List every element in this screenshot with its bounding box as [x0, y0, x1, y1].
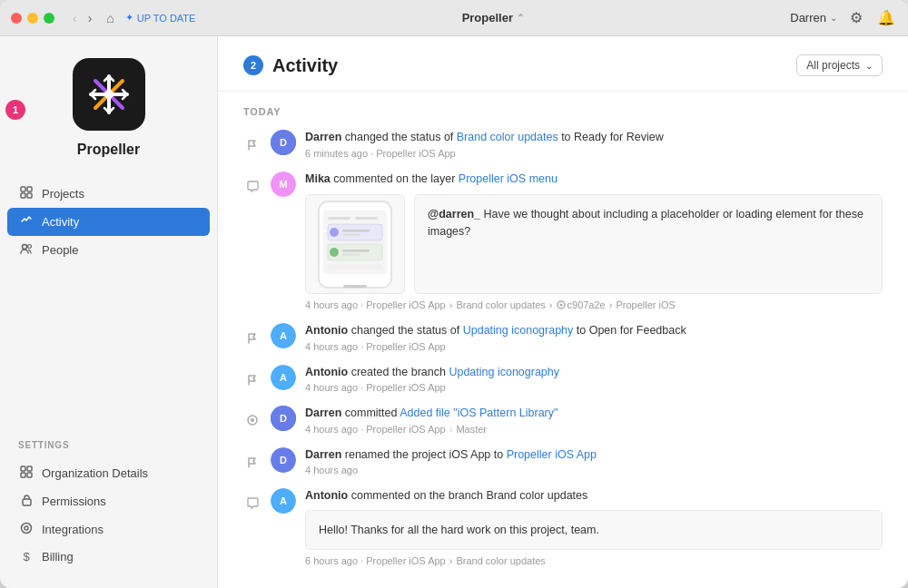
activity-item: A Antonio created the branch Updating ic… — [243, 365, 883, 394]
svg-rect-41 — [342, 253, 360, 255]
permissions-label: Permissions — [42, 495, 106, 508]
activity-link[interactable]: Updating iconography — [449, 366, 559, 378]
activity-text: Antonio commented on the branch Brand co… — [305, 488, 883, 505]
titlebar: ‹ › ⌂ ✦ UP TO DATE Propeller ⌃ Darren ⌄ … — [0, 0, 908, 36]
chevron-down-icon: ⌄ — [865, 61, 873, 71]
activity-meta: 4 hours ago · Propeller iOS App — [305, 382, 883, 393]
activity-link[interactable]: Added file "iOS Pattern Library" — [400, 407, 558, 419]
avatar: M — [271, 172, 296, 197]
integrations-label: Integrations — [42, 523, 104, 536]
svg-rect-33 — [355, 217, 378, 220]
projects-label: Projects — [42, 187, 84, 201]
activity-text: Darren renamed the project iOS App to Pr… — [305, 447, 883, 464]
app-title: Propeller ⌃ — [462, 11, 524, 24]
people-label: People — [42, 243, 78, 257]
back-button[interactable]: ‹ — [69, 9, 81, 27]
svg-rect-14 — [27, 187, 32, 191]
avatar: D — [271, 447, 296, 473]
activity-text: Darren committed Added file "iOS Pattern… — [305, 406, 883, 422]
activity-meta: 4 hours ago — [305, 465, 883, 475]
svg-rect-42 — [328, 264, 382, 270]
user-menu[interactable]: Darren ⌄ — [790, 11, 837, 24]
grid-icon — [18, 186, 35, 201]
activity-item: D Darren changed the status of Brand col… — [243, 130, 883, 159]
activity-link[interactable]: Propeller iOS menu — [459, 172, 558, 185]
people-icon — [18, 242, 35, 258]
sidebar-item-integrations[interactable]: Integrations — [7, 515, 210, 544]
activity-text: Antonio created the branch Updating icon… — [305, 365, 883, 381]
svg-point-24 — [22, 524, 32, 534]
svg-point-51 — [251, 418, 254, 422]
sidebar-item-activity[interactable]: Activity — [7, 208, 210, 236]
forward-button[interactable]: › — [84, 9, 96, 27]
svg-rect-13 — [21, 187, 25, 191]
close-button[interactable] — [11, 13, 22, 24]
sidebar-item-org-details[interactable]: Organization Details — [7, 459, 210, 487]
avatar: A — [271, 365, 296, 390]
svg-rect-36 — [342, 230, 370, 232]
activity-item: D Darren renamed the project iOS App to … — [243, 447, 883, 476]
home-button[interactable]: ⌂ — [103, 9, 117, 27]
chat-icon — [243, 488, 262, 509]
svg-point-18 — [28, 245, 32, 249]
maximize-button[interactable] — [44, 13, 54, 24]
org-name: Propeller — [77, 142, 140, 158]
avatar: D — [271, 130, 296, 155]
svg-point-17 — [23, 245, 27, 250]
svg-text:A: A — [280, 495, 287, 506]
svg-text:A: A — [280, 372, 287, 383]
sync-icon: ✦ — [125, 12, 133, 24]
activity-meta: 4 hours ago · Propeller iOS App — [305, 341, 883, 352]
activity-icon — [18, 214, 35, 230]
step-2-badge: 2 — [243, 55, 263, 75]
comment-card: @darren_ Have we thought about including… — [305, 194, 883, 294]
svg-rect-19 — [21, 466, 25, 471]
comment-bubble: @darren_ Have we thought about including… — [414, 194, 883, 294]
filter-label: All projects — [806, 59, 860, 72]
sidebar: 1 — [0, 36, 218, 588]
billing-label: Billing — [42, 550, 74, 564]
activity-item: M Mika commented on the layer Propeller … — [243, 172, 883, 311]
traffic-lights — [11, 13, 54, 24]
org-logo — [73, 58, 145, 131]
svg-rect-20 — [27, 466, 32, 471]
sync-status: ✦ UP TO DATE — [125, 12, 196, 24]
sidebar-item-projects[interactable]: Projects — [7, 180, 210, 208]
app-title-arrow: ⌃ — [517, 13, 524, 23]
sidebar-item-people[interactable]: People — [7, 236, 210, 264]
activity-link[interactable]: Brand color updates — [457, 131, 558, 143]
svg-rect-40 — [342, 250, 370, 252]
project-filter[interactable]: All projects ⌄ — [796, 54, 883, 76]
notification-icon[interactable]: 🔔 — [875, 7, 897, 28]
activity-item: D Darren committed Added file "iOS Patte… — [243, 406, 883, 435]
svg-rect-37 — [342, 233, 360, 235]
sidebar-item-billing[interactable]: $ Billing — [7, 544, 210, 570]
branch-icon — [243, 365, 262, 387]
activity-link[interactable]: Propeller iOS App — [507, 448, 597, 461]
activity-meta: 6 minutes ago · Propeller iOS App — [305, 148, 883, 159]
commit-icon: c907a2e — [557, 299, 606, 310]
svg-text:D: D — [280, 413, 287, 424]
activity-user: Darren — [305, 131, 341, 143]
svg-point-45 — [559, 304, 562, 307]
chevron-down-icon: ⌄ — [830, 13, 837, 23]
activity-meta: 4 hours ago · Propeller iOS App › Brand … — [305, 299, 883, 310]
minimize-button[interactable] — [27, 13, 38, 24]
activity-list: TODAY D Darren changed the status of Bra… — [218, 92, 908, 588]
activity-content: Darren changed the status of Brand color… — [305, 130, 883, 159]
activity-link[interactable]: Updating iconography — [463, 324, 574, 337]
content-area: 2 Activity All projects ⌄ TODAY — [218, 36, 908, 588]
svg-text:D: D — [280, 455, 287, 466]
activity-label: Activity — [42, 215, 79, 229]
activity-meta: 4 hours ago · Propeller iOS App › Master — [305, 424, 883, 435]
sidebar-item-permissions[interactable]: Permissions — [7, 487, 210, 515]
settings-icon[interactable]: ⚙ — [848, 7, 864, 28]
svg-point-35 — [330, 228, 339, 237]
nav-arrows: ‹ › — [69, 9, 95, 27]
titlebar-right: Darren ⌄ ⚙ 🔔 — [790, 7, 897, 28]
activity-text: Antonio changed the status of Updating i… — [305, 323, 883, 339]
svg-text:M: M — [279, 179, 287, 190]
chat-icon — [243, 172, 262, 192]
integrations-icon — [18, 522, 35, 537]
day-section-label: TODAY — [243, 106, 883, 117]
